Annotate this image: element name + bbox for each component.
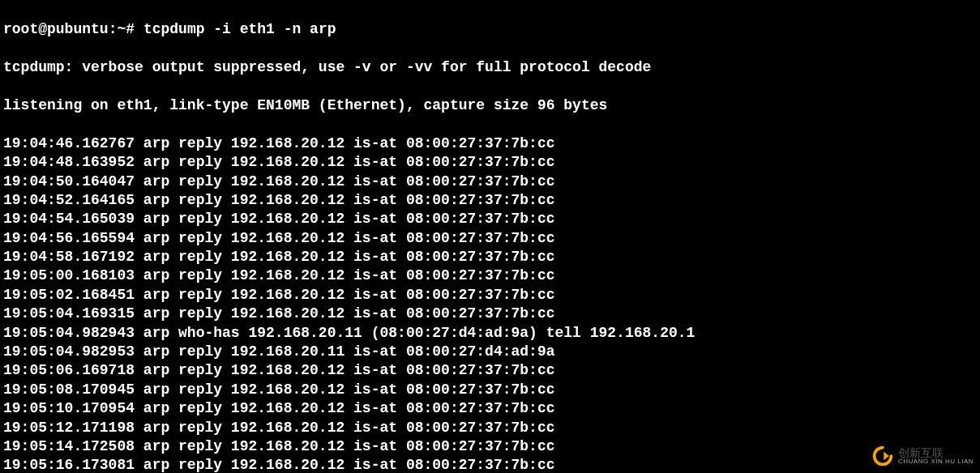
prompt-user: root@pubuntu xyxy=(3,21,109,37)
logo-icon xyxy=(872,445,893,467)
packet-line: 19:04:58.167192 arp reply 192.168.20.12 … xyxy=(3,248,977,266)
packet-line: 19:05:04.169315 arp reply 192.168.20.12 … xyxy=(3,305,977,323)
packet-line: 19:04:52.164165 arp reply 192.168.20.12 … xyxy=(3,191,977,210)
packet-line: 19:05:08.170945 arp reply 192.168.20.12 … xyxy=(3,381,977,399)
packet-line: 19:04:46.162767 arp reply 192.168.20.12 … xyxy=(3,134,977,153)
packet-line: 19:04:54.165039 arp reply 192.168.20.12 … xyxy=(3,210,977,228)
packet-line: 19:05:14.172508 arp reply 192.168.20.12 … xyxy=(3,437,977,456)
packet-line: 19:05:12.171198 arp reply 192.168.20.12 … xyxy=(3,419,977,437)
header-line-1: tcpdump: verbose output suppressed, use … xyxy=(3,58,977,77)
packet-line: 19:05:10.170954 arp reply 192.168.20.12 … xyxy=(3,399,977,418)
packet-line: 19:05:04.982943 arp who-has 192.168.20.1… xyxy=(3,324,977,343)
packet-line: 19:04:56.165594 arp reply 192.168.20.12 … xyxy=(3,229,977,248)
packet-line: 19:04:50.164047 arp reply 192.168.20.12 … xyxy=(3,173,977,191)
packet-lines: 19:04:46.162767 arp reply 192.168.20.12 … xyxy=(3,134,977,473)
packet-line: 19:05:16.173081 arp reply 192.168.20.12 … xyxy=(3,456,977,473)
packet-line: 19:05:00.168103 arp reply 192.168.20.12 … xyxy=(3,266,977,285)
packet-line: 19:05:06.169718 arp reply 192.168.20.12 … xyxy=(3,361,977,380)
header-line-2: listening on eth1, link-type EN10MB (Eth… xyxy=(3,96,977,115)
packet-line: 19:05:04.982953 arp reply 192.168.20.11 … xyxy=(3,343,977,361)
prompt-symbol: # xyxy=(126,21,135,37)
watermark: 创新互联 CHUANG XIN HU LIAN xyxy=(872,445,974,467)
terminal-output[interactable]: root@pubuntu:~# tcpdump -i eth1 -n arp t… xyxy=(0,0,980,473)
watermark-en: CHUANG XIN HU LIAN xyxy=(898,458,974,465)
watermark-cn: 创新互联 xyxy=(898,447,974,458)
packet-line: 19:04:48.163952 arp reply 192.168.20.12 … xyxy=(3,153,977,172)
command-text: tcpdump -i eth1 -n arp xyxy=(143,21,336,37)
packet-line: 19:05:02.168451 arp reply 192.168.20.12 … xyxy=(3,286,977,305)
prompt-path: ~ xyxy=(117,21,126,37)
prompt-line: root@pubuntu:~# tcpdump -i eth1 -n arp xyxy=(3,20,977,39)
